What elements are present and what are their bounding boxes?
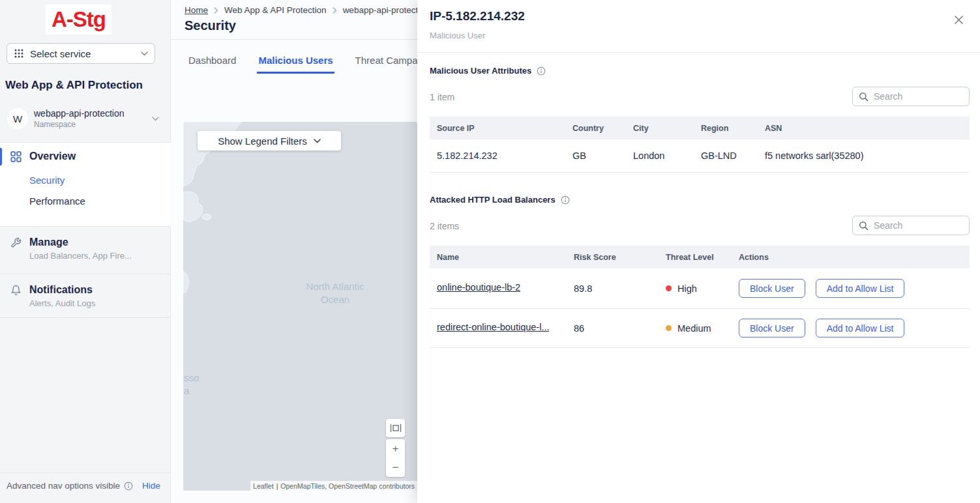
search-icon: [859, 92, 869, 102]
drawer-title: IP-5.182.214.232: [430, 9, 525, 23]
col-actions: Actions: [739, 253, 970, 262]
map-zoom-controls: + −: [386, 439, 405, 477]
cell-risk-score: 89.8: [574, 283, 666, 294]
sidebar-item-manage[interactable]: Manage Load Balancers, App Fire...: [0, 237, 171, 261]
tab-dashboard[interactable]: Dashboard: [187, 51, 237, 74]
active-section-indicator: [0, 148, 2, 165]
namespace-selector[interactable]: W webapp-api-protection Namespace: [0, 104, 171, 133]
add-to-allow-list-button[interactable]: Add to Allow List: [816, 319, 905, 338]
attributes-search: [852, 87, 970, 106]
legend-button-label: Show Legend Filters: [218, 136, 307, 147]
col-country: Country: [572, 124, 633, 133]
chevron-right-icon: [333, 7, 337, 14]
page-title: Security: [185, 18, 236, 33]
tiles-attribution-link[interactable]: OpenMapTiles, OpenStreetMap contributors: [280, 482, 415, 490]
load-balancers-search: [852, 216, 970, 235]
divider: [0, 317, 171, 318]
breadcrumb-service[interactable]: Web App & API Protection: [224, 5, 327, 15]
item-count: 2 items: [430, 221, 459, 231]
col-source-ip: Source IP: [430, 124, 572, 133]
namespace-name: webapp-api-protection: [34, 108, 152, 119]
cell-region: GB-LND: [701, 151, 765, 161]
search-input[interactable]: [874, 220, 980, 231]
drawer-subtitle: Malicious User: [430, 31, 485, 40]
map-attribution: Leaflet | OpenMapTiles, OpenStreetMap co…: [250, 481, 417, 491]
overview-grid-icon: [10, 151, 22, 162]
close-drawer-button[interactable]: [952, 13, 965, 26]
tab-bar: Dashboard Malicious Users Threat Campaig…: [187, 51, 437, 74]
search-input[interactable]: [874, 91, 980, 102]
table-header-row: Source IP Country City Region ASN: [430, 117, 970, 139]
zoom-out-button[interactable]: −: [386, 458, 405, 477]
load-balancers-table: Name Risk Score Threat Level Actions onl…: [430, 246, 970, 348]
divider: [0, 472, 171, 473]
wrench-icon: [10, 237, 22, 248]
chevron-down-icon: [314, 139, 321, 143]
threat-level-label: Medium: [677, 323, 711, 334]
service-section-title: Web App & API Protection: [5, 79, 143, 92]
cell-risk-score: 86: [574, 323, 666, 334]
apps-grid-icon: [14, 48, 24, 59]
col-city: City: [633, 124, 701, 133]
block-user-button[interactable]: Block User: [739, 319, 805, 338]
sidebar-item-label: Overview: [29, 151, 76, 162]
cell-asn: f5 networks sarl(35280): [765, 151, 970, 161]
sidebar-item-subtitle: Load Balancers, App Fire...: [29, 251, 171, 261]
cell-city: London: [633, 151, 701, 161]
table-row: 5.182.214.232 GB London GB-LND f5 networ…: [430, 139, 970, 173]
col-threat-level: Threat Level: [666, 253, 739, 262]
attributes-table: Source IP Country City Region ASN 5.182.…: [430, 117, 970, 173]
sidebar-item-performance[interactable]: Performance: [29, 191, 171, 212]
breadcrumb-home[interactable]: Home: [185, 5, 208, 15]
divider: [0, 226, 171, 227]
select-service-label: Select service: [30, 48, 141, 59]
ip-detail-drawer: IP-5.182.214.232 Malicious User Maliciou…: [417, 0, 980, 503]
cell-threat-level: High: [666, 283, 739, 294]
chevron-right-icon: [214, 7, 218, 14]
threat-level-dot: [666, 285, 672, 291]
section-title: Malicious User Attributes: [430, 66, 531, 76]
load-balancer-link[interactable]: redirect-online-boutique-l...: [437, 322, 549, 332]
threat-level-dot: [666, 325, 672, 331]
hide-advanced-nav-link[interactable]: Hide: [142, 481, 160, 491]
col-region: Region: [701, 124, 765, 133]
divider: [0, 274, 171, 274]
advanced-nav-label: Advanced nav options visible: [7, 481, 120, 491]
load-balancer-link[interactable]: online-boutique-lb-2: [437, 282, 520, 293]
select-service-dropdown[interactable]: Select service: [7, 43, 155, 64]
map-fit-bounds-button[interactable]: [386, 419, 405, 437]
sidebar-item-overview[interactable]: Overview: [0, 143, 171, 170]
sidebar-item-label: Manage: [29, 237, 68, 248]
leaflet-attribution-link[interactable]: Leaflet: [253, 482, 274, 490]
info-icon: [124, 481, 133, 491]
divider: [417, 52, 980, 53]
col-risk-score: Risk Score: [574, 253, 666, 262]
fit-bounds-icon: [390, 424, 402, 433]
col-name: Name: [430, 253, 574, 262]
namespace-type-label: Namespace: [34, 120, 152, 129]
tab-malicious-users[interactable]: Malicious Users: [257, 51, 334, 74]
sidebar-footer: Advanced nav options visible Hide: [0, 481, 171, 491]
section-title: Attacked HTTP Load Balancers: [430, 195, 556, 205]
cell-actions: Block User Add to Allow List: [739, 319, 970, 338]
bell-icon: [10, 285, 22, 296]
sidebar-item-notifications[interactable]: Notifications Alerts, Audit Logs: [0, 284, 171, 308]
brand-logo-text: A-Stg: [52, 7, 106, 32]
block-user-button[interactable]: Block User: [739, 279, 805, 298]
close-icon: [954, 15, 964, 25]
world-map[interactable]: North Atlantic Ocean sso a Show Legend F…: [183, 122, 417, 491]
breadcrumb: Home Web App & API Protection webapp-api…: [185, 5, 430, 15]
sidebar-item-security[interactable]: Security: [29, 170, 171, 191]
add-to-allow-list-button[interactable]: Add to Allow List: [816, 279, 905, 298]
sidebar-item-label: Notifications: [29, 284, 93, 296]
brand-logo[interactable]: A-Stg: [46, 5, 111, 35]
info-icon[interactable]: [537, 66, 546, 76]
cell-threat-level: Medium: [666, 323, 739, 334]
cell-source-ip: 5.182.214.232: [430, 151, 572, 161]
info-icon[interactable]: [561, 195, 570, 205]
sidebar: A-Stg Select service Web App & API Prote…: [0, 0, 171, 503]
zoom-in-button[interactable]: +: [386, 439, 405, 458]
table-row: online-boutique-lb-2 89.8 High Block Use…: [430, 268, 970, 309]
show-legend-filters-button[interactable]: Show Legend Filters: [198, 131, 341, 151]
sidebar-section-overview: Overview Security Performance: [0, 143, 171, 226]
